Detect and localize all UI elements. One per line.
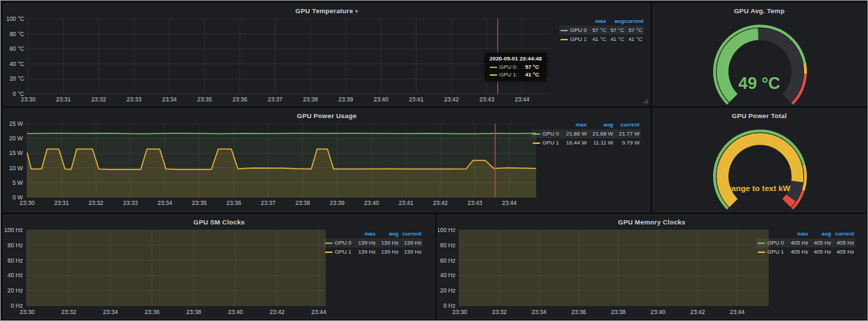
x-axis-tick-label: 23:38	[186, 308, 201, 315]
x-axis-tick-label: 23:33	[123, 199, 138, 206]
legend-series-name[interactable]: GPU 1	[335, 249, 351, 255]
x-axis-tick-label: 23:42	[444, 96, 460, 103]
panel-title-gpu-sm-clocks[interactable]: GPU SM Clocks	[4, 218, 434, 226]
legend-series-name[interactable]: GPU 1	[570, 36, 587, 42]
legend-gpu-temperature: maxavgcurrentGPU 057 °C57 °C57 °CGPU 141…	[559, 17, 644, 44]
x-axis-tick-label: 23:43	[479, 96, 494, 103]
legend-gpu-sm-clocks: maxavgcurrentGPU 0139 Hz139 Hz139 HzGPU …	[324, 229, 423, 256]
gpu-temperature-chart[interactable]: 0 °C20 °C40 °C60 °C80 °C100 °C23:3023:31…	[4, 4, 651, 106]
y-axis-tick-label: 80 Hz	[8, 242, 23, 249]
tooltip-series-value: 57 °C	[525, 64, 539, 70]
legend-value: 405 Hz	[785, 249, 808, 255]
legend-header-current: current	[624, 18, 642, 24]
legend-value: 9.79 W	[613, 140, 640, 146]
legend-series-name[interactable]: GPU 1	[542, 140, 559, 146]
x-axis-tick-label: 23:32	[492, 308, 507, 315]
y-axis-tick-label: 80 Hz	[440, 242, 456, 249]
panel-title-text: GPU Power Usage	[297, 112, 357, 120]
y-axis-tick-label: 100 °C	[6, 15, 24, 22]
y-axis-tick-label: 100 Hz	[438, 227, 456, 233]
x-axis-tick-label: 23:36	[233, 96, 248, 103]
panel-title-gpu-power-usage[interactable]: GPU Power Usage	[4, 112, 649, 120]
panel-resize-handle[interactable]	[643, 99, 648, 104]
y-axis-tick-label: 40 Hz	[440, 272, 456, 279]
legend-series-name[interactable]: GPU 0	[767, 240, 784, 246]
y-axis-tick-label: 15 W	[9, 149, 23, 156]
legend-series: GPU 1	[560, 36, 588, 42]
legend-value: 11.11 W	[587, 140, 613, 146]
legend-series: GPU 1	[758, 249, 785, 255]
legend-value: 405 Hz	[785, 240, 808, 246]
legend-value: 57 °C	[606, 27, 624, 33]
legend-value: 405 Hz	[808, 240, 831, 246]
x-axis-tick-label: 23:30	[19, 308, 35, 315]
legend-header-max: max	[588, 18, 606, 24]
x-axis-tick-label: 23:34	[103, 308, 118, 315]
tooltip-series-value: 41 °C	[525, 72, 539, 78]
series-color-dash-icon	[560, 30, 568, 31]
legend-value: 405 Hz	[808, 249, 831, 255]
series-color-dash-icon	[533, 142, 540, 144]
panel-title-text: GPU Temperature	[295, 7, 353, 15]
x-axis-tick-label: 23:41	[399, 199, 414, 206]
legend-header-max: max	[560, 122, 587, 128]
x-axis-tick-label: 23:44	[502, 199, 517, 206]
legend-series-name[interactable]: GPU 1	[767, 249, 784, 255]
y-axis-tick-label: 20 Hz	[440, 287, 456, 294]
legend-series: GPU 1	[325, 249, 353, 255]
x-axis-tick-label: 23:32	[89, 199, 104, 206]
chart-tooltip: 2020-05-01 23:44:48 GPU 0: 57 °C GPU 1: …	[485, 53, 546, 81]
legend-value: 405 Hz	[831, 240, 854, 246]
x-axis-tick-label: 23:30	[21, 96, 36, 103]
gauge-band-segment	[722, 139, 797, 203]
panel-gpu-memory-clocks: GPU Memory Clocks 0 Hz20 Hz40 Hz60 Hz80 …	[437, 215, 866, 319]
legend-series-name[interactable]: GPU 0	[542, 131, 559, 137]
offscale-series-fill	[459, 230, 769, 306]
legend-series: GPU 1	[533, 140, 560, 146]
chevron-down-icon: ▾	[355, 8, 358, 15]
x-axis-tick-label: 23:38	[303, 96, 318, 103]
legend-series: GPU 0	[758, 240, 785, 246]
panel-title-gpu-temperature[interactable]: GPU Temperature▾	[4, 7, 649, 15]
panel-title-gpu-avg-temp[interactable]: GPU Avg. Temp	[653, 7, 865, 15]
legend-header-current: current	[399, 231, 422, 237]
legend-header-current: current	[613, 122, 640, 128]
x-axis-tick-label: 23:40	[374, 96, 389, 103]
x-axis-tick-label: 23:31	[56, 96, 72, 103]
legend-series-name[interactable]: GPU 0	[335, 240, 351, 246]
x-axis-tick-label: 23:35	[197, 96, 212, 103]
gauge-threshold-segment	[805, 63, 806, 74]
panel-title-text: GPU Memory Clocks	[618, 218, 685, 226]
panel-gpu-temperature: GPU Temperature▾ 0 °C20 °C40 °C60 °C80 °…	[3, 3, 650, 106]
series-color-dash-icon	[560, 39, 568, 40]
x-axis-tick-label: 23:36	[571, 308, 587, 315]
panel-title-gpu-memory-clocks[interactable]: GPU Memory Clocks	[438, 218, 865, 226]
tooltip-timestamp: 2020-05-01 23:44:48	[490, 56, 542, 62]
x-axis-tick-label: 23:44	[515, 96, 530, 103]
y-axis-tick-label: 40 Hz	[8, 272, 23, 279]
legend-value: 41 °C	[606, 36, 624, 42]
legend-value: 139 Hz	[399, 249, 422, 255]
y-axis-tick-label: 60 Hz	[8, 257, 23, 264]
x-axis-tick-label: 23:39	[330, 199, 345, 206]
x-axis-tick-label: 23:32	[61, 308, 76, 315]
legend-value: 57 °C	[624, 27, 642, 33]
offscale-series-fill	[26, 230, 326, 306]
legend-series-name[interactable]: GPU 0	[570, 27, 587, 33]
x-axis-tick-label: 23:42	[433, 199, 449, 206]
tooltip-row: GPU 1: 41 °C	[490, 71, 542, 79]
y-axis-tick-label: 60 °C	[10, 45, 24, 52]
legend-row: GPU 0405 Hz405 Hz405 Hz	[756, 238, 856, 247]
gpu-power-total-gauge	[653, 109, 867, 213]
legend-value: 57 °C	[588, 27, 606, 33]
legend-row: GPU 141 °C41 °C41 °C	[559, 35, 644, 44]
legend-value: 139 Hz	[353, 249, 376, 255]
legend-row: GPU 057 °C57 °C57 °C	[559, 26, 644, 35]
panel-title-gpu-power-total[interactable]: GPU Power Total	[653, 112, 865, 120]
x-axis-tick-label: 23:34	[162, 96, 177, 103]
legend-header-max: max	[353, 231, 376, 237]
x-axis-tick-label: 23:38	[295, 199, 310, 206]
x-axis-tick-label: 23:42	[269, 308, 285, 315]
legend-value: 41 °C	[624, 36, 642, 42]
series-line[interactable]	[27, 133, 536, 134]
